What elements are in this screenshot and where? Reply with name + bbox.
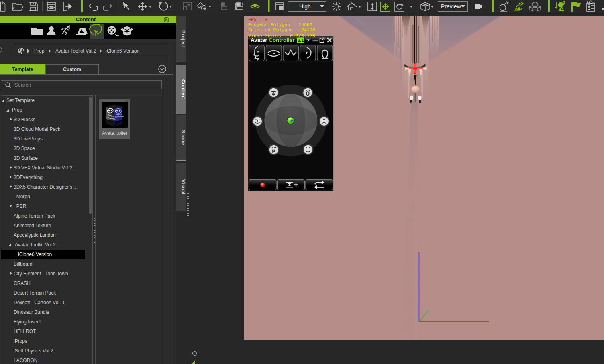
svg-text:Preview: Preview: [441, 3, 461, 10]
svg-text:2.1: 2.1: [298, 38, 304, 43]
svg-text:High: High: [299, 3, 311, 10]
